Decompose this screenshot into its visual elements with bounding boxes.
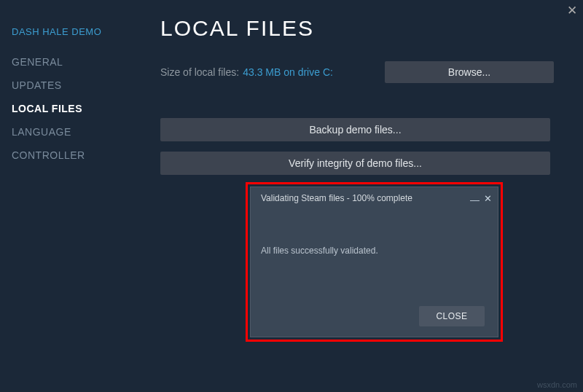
nav-local-files[interactable]: LOCAL FILES (12, 103, 146, 114)
browse-button[interactable]: Browse... (385, 61, 554, 83)
sidebar: DASH HALE DEMO GENERAL UPDATES LOCAL FIL… (0, 0, 146, 392)
size-row: Size of local files: 43.3 MB on drive C:… (160, 61, 554, 83)
size-value: 43.3 MB on drive C: (243, 66, 333, 78)
verify-button[interactable]: Verify integrity of demo files... (160, 152, 550, 175)
close-icon[interactable]: ✕ (484, 194, 492, 203)
dialog-close-button[interactable]: CLOSE (419, 306, 485, 326)
dialog-message: All files successfully validated. (261, 246, 488, 256)
dialog-title: Validating Steam files - 100% complete (261, 193, 466, 203)
validation-dialog: Validating Steam files - 100% complete —… (250, 187, 498, 337)
dialog-footer: CLOSE (419, 306, 485, 326)
backup-button[interactable]: Backup demo files... (160, 118, 550, 141)
nav-language[interactable]: LANGUAGE (12, 126, 146, 138)
game-title: DASH HALE DEMO (12, 26, 146, 37)
page-title: LOCAL FILES (160, 16, 554, 41)
watermark: wsxdn.com (537, 380, 577, 389)
dialog-highlight: Validating Steam files - 100% complete —… (246, 182, 503, 342)
nav-general[interactable]: GENERAL (12, 56, 146, 68)
nav-controller[interactable]: CONTROLLER (12, 149, 146, 161)
nav-updates[interactable]: UPDATES (12, 79, 146, 91)
size-label: Size of local files: (160, 66, 239, 78)
dialog-body: All files successfully validated. (251, 209, 498, 256)
minimize-icon[interactable]: — (470, 195, 480, 205)
dialog-header: Validating Steam files - 100% complete —… (251, 187, 498, 209)
